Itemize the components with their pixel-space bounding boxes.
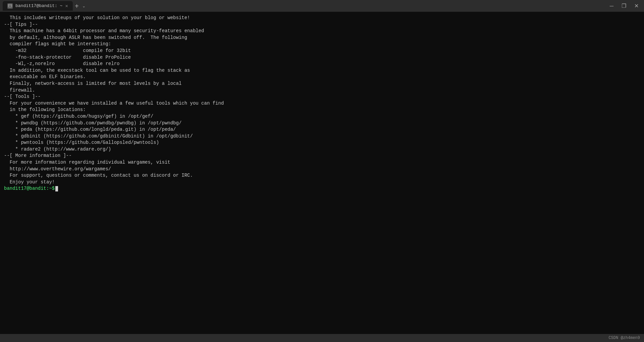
- attribution-label: CSDN @zh4men9: [608, 336, 640, 340]
- terminal-line: executable on ELF binaries.: [4, 74, 640, 80]
- terminal-line: -Wl,-z,norelro disable relro: [4, 61, 640, 67]
- window-controls: ─ ❐ ✕: [607, 3, 641, 9]
- tab-icon: [7, 3, 13, 9]
- tab-close-button[interactable]: ✕: [65, 3, 68, 9]
- titlebar: bandit17@bandit: ~ ✕ + ⌄ ─ ❐ ✕: [0, 0, 644, 12]
- terminal-line: * radare2 (http://www.radare.org/): [4, 146, 640, 153]
- tab-label: bandit17@bandit: ~: [15, 3, 62, 8]
- terminal-line: In addition, the execstack tool can be u…: [4, 67, 640, 74]
- terminal-line: For your convenience we have installed a…: [4, 100, 640, 107]
- terminal-line: in the following locations:: [4, 107, 640, 113]
- terminal-line: This includes writeups of your solution …: [4, 15, 640, 21]
- terminal-line: compiler flags might be interesting:: [4, 41, 640, 48]
- restore-button[interactable]: ❐: [619, 3, 629, 9]
- tab-area: bandit17@bandit: ~ ✕ + ⌄: [3, 1, 604, 11]
- cursor: [55, 186, 58, 191]
- terminal-line: firewall.: [4, 87, 640, 94]
- close-button[interactable]: ✕: [632, 3, 641, 9]
- terminal-line: Enjoy your stay!: [4, 179, 640, 186]
- active-tab[interactable]: bandit17@bandit: ~ ✕: [3, 1, 73, 11]
- new-tab-button[interactable]: +: [73, 3, 81, 9]
- terminal-line: --[ Tips ]--: [4, 21, 640, 28]
- terminal-line: * gdbinit (https://github.com/gdbinit/Gd…: [4, 133, 640, 140]
- terminal-window: bandit17@bandit: ~ ✕ + ⌄ ─ ❐ ✕ This incl…: [0, 0, 644, 342]
- terminal-line: -m32 compile for 32bit: [4, 48, 640, 54]
- terminal-body[interactable]: This includes writeups of your solution …: [0, 12, 644, 334]
- prompt-text: bandit17@bandit:~$: [4, 185, 55, 192]
- minimize-button[interactable]: ─: [607, 3, 616, 9]
- terminal-line: by default, although ASLR has been switc…: [4, 35, 640, 41]
- terminal-line: http://www.overthewire.org/wargames/: [4, 166, 640, 173]
- terminal-line: --[ Tools ]--: [4, 94, 640, 100]
- terminal-line: * pwndbg (https://github.com/pwndbg/pwnd…: [4, 120, 640, 127]
- terminal-line: * gef (https://github.com/hugsy/gef) in …: [4, 113, 640, 120]
- terminal-line: For more information regarding individua…: [4, 159, 640, 166]
- terminal-line: -fno-stack-protector disable ProPolice: [4, 54, 640, 61]
- prompt-line: bandit17@bandit:~$: [4, 185, 640, 192]
- tab-dropdown-button[interactable]: ⌄: [81, 4, 87, 8]
- terminal-line: --[ More information ]--: [4, 153, 640, 159]
- statusbar: CSDN @zh4men9: [0, 334, 644, 342]
- terminal-line: Finally, network-access is limited for m…: [4, 80, 640, 87]
- terminal-line: This machine has a 64bit processor and m…: [4, 28, 640, 35]
- terminal-line: * peda (https://github.com/longld/peda.g…: [4, 126, 640, 133]
- terminal-line: For support, questions or comments, cont…: [4, 172, 640, 179]
- svg-rect-0: [8, 4, 12, 7]
- terminal-line: * pwntools (https://github.com/Gallopsle…: [4, 139, 640, 146]
